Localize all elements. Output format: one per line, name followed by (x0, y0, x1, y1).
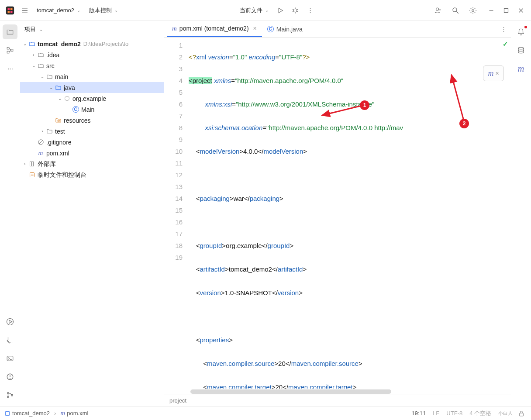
svg-rect-43 (31, 162, 33, 166)
svg-rect-0 (6, 6, 14, 14)
svg-rect-19 (504, 8, 508, 12)
svg-rect-42 (30, 162, 31, 166)
more-run-icon[interactable]: ⋮ (303, 3, 317, 18)
search-icon[interactable] (448, 3, 463, 18)
right-tool-strip: m (511, 21, 531, 406)
svg-point-52 (518, 47, 524, 49)
svg-rect-39 (58, 120, 59, 122)
svg-rect-22 (7, 47, 9, 49)
project-panel-title: 项目 (24, 25, 36, 33)
watermark-text: 小白人 (498, 410, 513, 417)
tree-node-scratch[interactable]: 临时文件和控制台 (20, 169, 164, 180)
tree-node-resources[interactable]: resources (20, 115, 164, 126)
close-icon[interactable]: × (253, 25, 257, 32)
cursor-position[interactable]: 19:11 (412, 410, 426, 417)
project-selector[interactable]: tomcat_demo2⌄ (32, 5, 85, 15)
window-close-icon[interactable] (514, 3, 528, 18)
svg-point-15 (453, 8, 457, 12)
tree-node-gitignore[interactable]: .gitignore (20, 137, 164, 148)
tree-node-idea[interactable]: ›.idea (20, 49, 164, 60)
svg-point-34 (10, 378, 10, 379)
readonly-toggle-icon[interactable] (516, 408, 527, 419)
tool-more-icon[interactable]: ⋯ (3, 61, 17, 76)
class-icon: C (267, 26, 274, 32)
tool-run-icon[interactable] (3, 314, 17, 329)
tree-node-pom[interactable]: mpom.xml (20, 148, 164, 158)
tool-database-icon[interactable] (514, 43, 528, 58)
annotation-badge-1: 1 (360, 100, 369, 110)
breadcrumb-item[interactable]: project (169, 397, 186, 404)
project-tool-window: 项目 ⌄ ⌄tomcat_demo2D:\IdeaProjects\to ›.i… (20, 21, 164, 406)
tree-node-extlib[interactable]: ›外部库 (20, 158, 164, 169)
project-panel-header[interactable]: 项目 ⌄ (20, 21, 164, 38)
svg-line-7 (293, 9, 293, 10)
editor-horizontal-scrollbar[interactable] (164, 389, 511, 395)
svg-line-8 (297, 9, 298, 10)
title-bar: tomcat_demo2⌄ 版本控制⌄ 当前文件⌄ ⋮ (0, 0, 531, 21)
tree-node-java[interactable]: ⌄java (20, 82, 164, 93)
chevron-down-icon: ⌄ (77, 8, 80, 13)
main-menu-icon[interactable] (17, 3, 32, 18)
tree-node-orgexample[interactable]: ⌄org.example (20, 93, 164, 104)
svg-point-36 (7, 396, 9, 398)
maven-icon: m (172, 25, 177, 32)
tool-notifications-icon[interactable] (514, 24, 528, 39)
maven-icon: m (60, 410, 65, 417)
maven-reload-button[interactable]: m× (483, 65, 504, 81)
tree-node-test[interactable]: ›test (20, 126, 164, 137)
window-maximize-icon[interactable] (499, 3, 514, 18)
code-editor[interactable]: ✓ 12345678910111213141516171819 <?xml ve… (164, 38, 511, 389)
module-icon (4, 410, 10, 417)
svg-rect-30 (7, 356, 13, 361)
breadcrumb-file[interactable]: pom.xml (67, 410, 88, 417)
svg-rect-53 (5, 411, 9, 415)
code-with-me-icon[interactable] (431, 3, 445, 18)
debug-button[interactable] (288, 3, 303, 18)
breadcrumb-root[interactable]: tomcat_demo2 (12, 410, 50, 417)
vcs-menu[interactable]: 版本控制⌄ (85, 5, 122, 16)
window-minimize-icon[interactable] (484, 3, 499, 18)
chevron-down-icon: ⌄ (265, 8, 269, 13)
tool-build-icon[interactable] (3, 333, 17, 348)
svg-rect-44 (30, 173, 34, 177)
tree-node-root[interactable]: ⌄tomcat_demo2D:\IdeaProjects\to (20, 38, 164, 49)
close-icon[interactable]: × (495, 68, 499, 79)
tree-node-src[interactable]: ⌄src (20, 60, 164, 71)
run-button[interactable] (273, 3, 288, 18)
svg-point-5 (293, 9, 297, 12)
tabs-more-icon[interactable]: ⋮ (497, 21, 511, 37)
class-icon: C (72, 106, 79, 113)
tool-terminal-icon[interactable] (3, 351, 17, 366)
file-encoding[interactable]: UTF-8 (446, 410, 462, 417)
svg-rect-24 (11, 49, 13, 52)
chevron-down-icon: ⌄ (39, 27, 43, 32)
run-config-selector[interactable]: 当前文件⌄ (235, 5, 273, 16)
tool-maven-icon[interactable]: m (514, 61, 528, 76)
svg-marker-4 (279, 8, 283, 13)
svg-point-38 (65, 96, 69, 101)
svg-line-10 (297, 11, 298, 12)
tab-pom[interactable]: mpom.xml (tomcat_demo2)× (167, 21, 262, 37)
svg-line-9 (293, 11, 293, 12)
status-bar: tomcat_demo2 › m pom.xml 19:11 LF UTF-8 … (0, 406, 531, 420)
settings-icon[interactable] (465, 3, 480, 18)
tree-node-main-class[interactable]: CMain (20, 104, 164, 115)
tool-project-icon[interactable] (3, 24, 17, 39)
line-separator[interactable]: LF (433, 410, 439, 417)
code-lines[interactable]: <?xml version="1.0" encoding="UTF-8"?> <… (187, 38, 511, 389)
tree-node-main[interactable]: ⌄main (20, 71, 164, 82)
project-name: tomcat_demo2 (37, 7, 74, 14)
svg-point-12 (436, 8, 439, 10)
svg-marker-27 (9, 320, 12, 324)
indent-settings[interactable]: 4 个空格 (469, 410, 491, 417)
annotation-badge-2: 2 (459, 119, 469, 128)
tool-problems-icon[interactable] (3, 369, 17, 384)
breadcrumb-bar: project (164, 395, 511, 406)
tool-structure-icon[interactable] (3, 43, 17, 58)
svg-line-41 (39, 140, 43, 144)
tab-main-java[interactable]: CMain.java (262, 21, 308, 37)
left-tool-strip: ⋯ (0, 21, 20, 406)
tool-git-icon[interactable] (3, 388, 17, 403)
svg-point-35 (7, 392, 9, 394)
svg-point-17 (472, 9, 474, 11)
